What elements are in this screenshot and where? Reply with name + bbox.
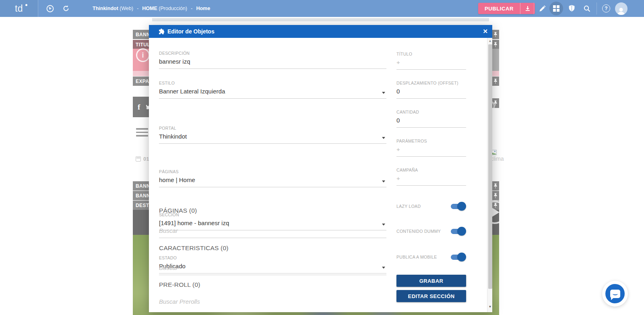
preroll-section-title: PRE-ROLL (0) [159, 281, 200, 288]
chevron-down-icon [382, 137, 385, 139]
help-icon[interactable]: ? [600, 0, 612, 17]
scroll-up-icon[interactable]: ▲ [487, 38, 493, 44]
paginas-search [159, 225, 386, 238]
grid-icon[interactable] [549, 2, 563, 15]
field-descripcion: DESCRIPCIÓN [159, 51, 386, 69]
field-offset: DESPLAZAMIENTO (OFFSET) [396, 81, 466, 99]
field-label: CANTIDAD [396, 110, 466, 114]
paginas-section-title: PÁGINAS (0) [159, 207, 197, 214]
parametros-input[interactable] [396, 143, 466, 157]
chat-widget-button[interactable] [602, 281, 628, 307]
field-label: PORTAL [159, 126, 386, 131]
descripcion-input[interactable] [159, 56, 386, 69]
field-titulo: TÍTULO [396, 52, 466, 70]
date-row: 01 [136, 156, 149, 162]
editor-de-objetos-modal: Editor de Objetos ✕ DESCRIPCIÓN ESTILO B… [149, 25, 492, 312]
chat-icon [605, 284, 625, 303]
pin-icon[interactable] [493, 42, 498, 48]
breadcrumb-page[interactable]: HOME (Producción) [142, 6, 187, 11]
modal-scrollbar[interactable]: ▲ ▼ [487, 38, 492, 312]
titulo-input[interactable] [396, 56, 466, 70]
caracteristicas-section-title: CARACTERISTICAS (0) [159, 245, 229, 252]
puzzle-icon [158, 28, 164, 35]
toggle-label: CONTENIDO DUMMY [396, 229, 441, 234]
field-label: PÁGINAS [159, 169, 386, 174]
breadcrumb-separator: - [137, 6, 138, 11]
lazy-load-toggle[interactable] [451, 204, 464, 209]
clima-alt-text: clima [491, 155, 515, 162]
pin-icon[interactable] [493, 183, 498, 189]
menu-icon[interactable] [136, 128, 148, 139]
estilo-select[interactable]: Banner Lateral Izquierda [159, 85, 386, 99]
logo-text: td [15, 3, 23, 14]
preroll-search-input[interactable] [159, 296, 386, 309]
modal-title: Editor de Objetos [167, 28, 215, 35]
clima-broken-image: clima [491, 150, 515, 162]
publish-button[interactable]: PUBLICAR [478, 3, 520, 14]
toggle-row-publica-a-mobile: PUBLICA A MOBILE [396, 252, 466, 262]
field-label: CAMPAÑA [396, 168, 466, 172]
toggle-label: LAZY LOAD [396, 204, 421, 209]
chevron-down-icon [382, 180, 385, 182]
info-circle-icon: i [136, 48, 150, 62]
field-cantidad: CANTIDAD [396, 110, 466, 128]
help-glyph: ? [602, 4, 610, 12]
pin-icon[interactable] [493, 32, 498, 37]
field-campana: CAMPAÑA [396, 168, 466, 186]
download-icon[interactable] [520, 3, 535, 14]
field-label: DESCRIPCIÓN [159, 51, 386, 56]
chevron-down-icon [382, 92, 385, 94]
publica-a-mobile-toggle[interactable] [451, 255, 464, 260]
page-top-strip [152, 18, 489, 21]
field-label: DESPLAZAMIENTO (OFFSET) [396, 81, 466, 85]
refresh-icon[interactable] [60, 0, 72, 17]
topbar-divider [534, 2, 534, 15]
campana-input[interactable] [396, 172, 466, 186]
portal-select[interactable]: Thinkindot [159, 131, 386, 144]
field-label: PARÁMETROS [396, 139, 466, 143]
field-label: TÍTULO [396, 52, 466, 56]
toggle-row-lazy-load: LAZY LOAD [396, 201, 466, 211]
caracteristicas-search [159, 262, 386, 275]
toggle-label: PUBLICA A MOBILE [396, 255, 437, 259]
pin-icon[interactable] [493, 79, 498, 84]
editar-seccion-button[interactable]: EDITAR SECCIÓN [396, 290, 466, 302]
field-estilo: ESTILO Banner Lateral Izquierda [159, 81, 386, 99]
breadcrumb-site[interactable]: Thinkindot (Web) [93, 6, 133, 11]
field-paginas: PÁGINAS home | Home [159, 169, 386, 187]
logo-dot [25, 4, 27, 6]
scroll-down-icon[interactable]: ▼ [487, 304, 493, 309]
topbar-divider [597, 2, 597, 15]
toggle-row-contenido-dummy: CONTENIDO DUMMY [396, 226, 466, 236]
breadcrumb-current[interactable]: Home [196, 6, 210, 11]
field-portal: PORTAL Thinkindot [159, 126, 386, 144]
field-label: ESTADO [159, 255, 386, 260]
breadcrumb-separator: - [191, 6, 192, 11]
facebook-icon: f [138, 103, 140, 112]
app-root: BANNER TITULO i EXPANDIBLE f [0, 0, 644, 315]
topbar: td Thinkindot (Web) - HOME (Producción) … [0, 0, 644, 17]
publish-split-button[interactable]: PUBLICAR [478, 3, 535, 14]
offset-input[interactable] [396, 85, 466, 99]
close-icon[interactable]: ✕ [483, 25, 488, 38]
shield-icon[interactable] [566, 0, 578, 17]
calendar-icon [136, 156, 141, 162]
pencil-icon[interactable] [536, 0, 548, 17]
logo[interactable]: td [0, 0, 38, 17]
date-text: 01 [143, 156, 149, 162]
cantidad-input[interactable] [396, 114, 466, 128]
avatar[interactable] [614, 0, 628, 17]
paginas-select[interactable]: home | Home [159, 174, 386, 187]
pin-icon[interactable] [493, 193, 498, 199]
grabar-button[interactable]: GRABAR [396, 275, 466, 287]
scrollbar-thumb[interactable] [488, 44, 492, 289]
search-icon[interactable] [581, 0, 593, 17]
globe-arrow-icon[interactable] [43, 0, 56, 17]
breadcrumb: Thinkindot (Web) - HOME (Producción) - H… [93, 0, 210, 17]
paginas-search-input[interactable] [159, 225, 386, 238]
modal-header: Editor de Objetos ✕ [149, 25, 492, 38]
contenido-dummy-toggle[interactable] [451, 229, 464, 234]
preroll-search [159, 296, 386, 309]
caracteristicas-search-input[interactable] [159, 262, 386, 275]
field-label: ESTILO [159, 81, 386, 85]
